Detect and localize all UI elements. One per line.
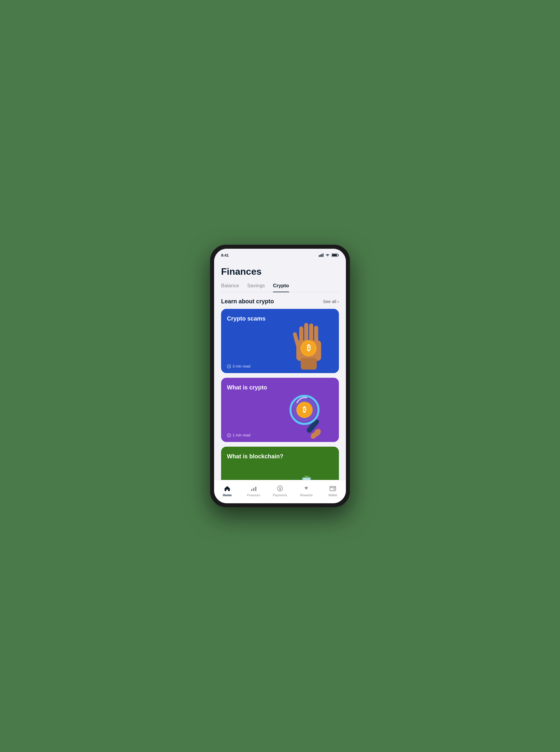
svg-rect-2 — [321, 254, 322, 257]
time-display: 9:41 — [221, 253, 229, 257]
battery-icon — [332, 253, 339, 257]
blockchain-illustration — [274, 447, 339, 480]
nav-item-finances[interactable]: Finances — [245, 485, 262, 497]
nav-item-payments[interactable]: $ Payments — [271, 485, 289, 497]
svg-rect-48 — [251, 489, 252, 491]
status-bar: 9:41 — [214, 249, 346, 262]
page-title: Finances — [221, 266, 339, 277]
phone-screen: 9:41 — [214, 249, 346, 503]
nav-item-home[interactable]: Home — [218, 485, 236, 497]
article-card-crypto-scams[interactable]: Crypto scams — [221, 309, 339, 373]
svg-rect-57 — [333, 489, 335, 489]
header-section: Finances Balance Savings Crypto — [214, 262, 346, 292]
finances-icon — [250, 485, 258, 492]
svg-text:₿: ₿ — [303, 405, 306, 413]
article-card-what-is-crypto[interactable]: What is crypto ₿ — [221, 378, 339, 442]
nav-item-wallet[interactable]: Wallet — [324, 485, 342, 497]
svg-line-19 — [229, 366, 230, 367]
card-read-time-crypto-scams: 3 min read — [227, 364, 250, 368]
payments-icon: $ — [276, 485, 284, 492]
magnifier-illustration: ₿ — [274, 378, 339, 442]
bottom-nav: Home Finances $ — [214, 480, 346, 503]
section-title: Learn about crypto — [221, 298, 274, 305]
home-icon — [223, 485, 231, 492]
tab-crypto[interactable]: Crypto — [273, 283, 289, 292]
svg-rect-5 — [332, 254, 337, 256]
nav-item-rewards[interactable]: Rewards — [298, 485, 315, 497]
nav-label-home: Home — [223, 493, 232, 497]
card-title-what-is-crypto: What is crypto — [227, 384, 267, 391]
svg-rect-6 — [338, 254, 339, 256]
signal-icon — [319, 253, 323, 257]
nav-label-rewards: Rewards — [300, 493, 313, 497]
svg-line-30 — [229, 435, 230, 436]
svg-rect-53 — [330, 486, 336, 491]
card-read-time-what-is-crypto: 1 min read — [227, 433, 250, 437]
nav-label-finances: Finances — [247, 493, 260, 497]
wallet-icon — [329, 485, 337, 492]
article-card-what-is-blockchain[interactable]: What is blockchain? — [221, 447, 339, 480]
svg-rect-0 — [319, 255, 320, 257]
tab-balance[interactable]: Balance — [221, 283, 239, 292]
section-header: Learn about crypto See all › — [214, 298, 346, 305]
svg-rect-3 — [323, 253, 324, 257]
svg-text:₿: ₿ — [306, 343, 310, 352]
clock-icon-2 — [227, 433, 231, 437]
svg-rect-49 — [253, 488, 254, 491]
wifi-icon — [325, 253, 330, 257]
svg-rect-37 — [303, 478, 310, 480]
svg-rect-50 — [255, 487, 256, 491]
tab-savings[interactable]: Savings — [247, 283, 264, 292]
phone-device: 9:41 — [210, 245, 350, 507]
see-all-link[interactable]: See all › — [323, 299, 339, 304]
cards-container: Crypto scams — [214, 309, 346, 480]
svg-rect-13 — [301, 358, 317, 370]
svg-text:$: $ — [279, 486, 281, 491]
tabs-row: Balance Savings Crypto — [221, 283, 339, 292]
card-title-crypto-scams: Crypto scams — [227, 315, 265, 322]
nav-label-wallet: Wallet — [328, 493, 337, 497]
nav-label-payments: Payments — [273, 493, 287, 497]
hand-illustration: ₿ — [274, 309, 339, 373]
svg-rect-1 — [320, 254, 321, 257]
rewards-icon — [302, 485, 310, 492]
content-area: Finances Balance Savings Crypto Learn ab… — [214, 262, 346, 480]
clock-icon-1 — [227, 364, 231, 368]
